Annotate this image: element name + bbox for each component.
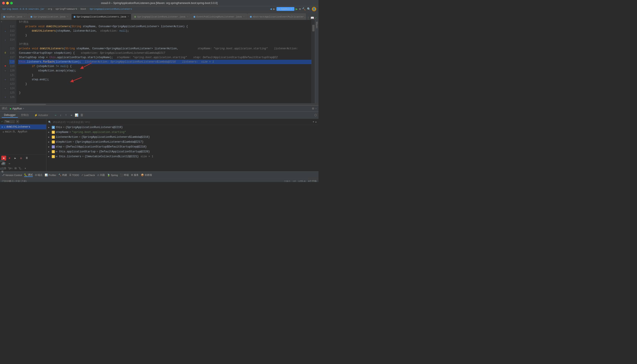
- var-expand-step[interactable]: ▶: [48, 146, 51, 148]
- user-icon[interactable]: 👤: [312, 7, 316, 11]
- eval-placeholder[interactable]: 评估表达式(⌥⌥)或添加监视(⌥⌘⌥): [53, 120, 90, 124]
- pencil-btn[interactable]: ✏: [7, 161, 12, 166]
- more-tabs-icon[interactable]: ⋮: [307, 16, 310, 20]
- pause-btn[interactable]: ⏸: [24, 156, 29, 160]
- run-button[interactable]: ▶: [296, 7, 298, 11]
- tab-actuator[interactable]: ⚡ Actuator: [32, 113, 50, 118]
- filter-dropdown[interactable]: ▾: [16, 120, 19, 124]
- evaluate-btn[interactable]: 📊: [74, 113, 79, 118]
- tool-debug[interactable]: 🐛 调试: [24, 173, 33, 177]
- gutter-118-breakpoint[interactable]: ●: [3, 64, 8, 68]
- var-row-listeners[interactable]: ▶ ∞ ∞ this.listeners = {ImmutableCollect…: [46, 154, 318, 159]
- breadcrumb-part-1[interactable]: spring-boot-3.0.0-sources.jar: [2, 8, 44, 10]
- tab-listeners[interactable]: SpringApplicationRunListeners.java ×: [71, 14, 132, 20]
- tab-close-event-publishing[interactable]: ×: [243, 16, 245, 18]
- close-button[interactable]: [2, 2, 5, 4]
- tool-luacheck[interactable]: ✓ LuaCheck: [82, 174, 95, 176]
- tool-problems[interactable]: ⚠ 问题: [97, 174, 105, 177]
- var-row-stepaction[interactable]: ▶ λ stepAction = {SpringApplicationRunLi…: [46, 140, 318, 144]
- nav-back-icon[interactable]: ◀: [270, 7, 272, 11]
- tab-close-springapp[interactable]: ×: [67, 16, 68, 18]
- scroll-thumb[interactable]: [312, 25, 314, 32]
- run-config-selector[interactable]: ▶ AppRun ▾: [276, 7, 294, 11]
- var-row-stepname[interactable]: ▶ S stepName = "spring.boot.application.…: [46, 130, 318, 135]
- h-scroll-thumb[interactable]: [20, 104, 46, 105]
- build-icon[interactable]: 🔨: [302, 7, 306, 11]
- debug-run-label[interactable]: AppRun: [12, 107, 22, 110]
- step-out-btn[interactable]: ↑: [64, 113, 68, 118]
- tab-close-listener-iface[interactable]: ×: [187, 16, 188, 18]
- horizontal-scrollbar[interactable]: [0, 103, 318, 105]
- search-icon[interactable]: 🔍: [307, 7, 310, 11]
- settings-icon[interactable]: ⚙: [312, 107, 314, 110]
- maven-sidebar[interactable]: Maven: [315, 20, 318, 103]
- filter-label[interactable]: "ma...: [4, 120, 15, 124]
- gutter-fold-111[interactable]: ⌄: [3, 29, 8, 33]
- tab-listener-iface[interactable]: SpringApplicationRunListener.java ×: [132, 14, 191, 20]
- gutter-fold-119[interactable]: ⌄: [3, 68, 8, 72]
- tab-close-apprun[interactable]: ×: [24, 16, 25, 18]
- status-encoding[interactable]: UTF-8: [298, 180, 306, 182]
- tab-close-listeners[interactable]: ×: [128, 16, 129, 18]
- code-editor[interactable]: 5个用法 private void doWithListeners(String…: [16, 20, 312, 103]
- var-expand-stepname[interactable]: ▶: [48, 131, 51, 134]
- tool-endpoints[interactable]: ⊡ 端点: [35, 174, 42, 177]
- breadcrumb-part-2[interactable]: org: [48, 8, 52, 10]
- window-controls[interactable]: [2, 2, 13, 4]
- tool-terminal[interactable]: ⬛ 终端: [120, 174, 129, 177]
- breadcrumb-part-4[interactable]: boot: [80, 8, 86, 10]
- bookmark-icon[interactable]: 📖: [310, 16, 314, 20]
- eval-sort-btn[interactable]: ▾: [315, 120, 317, 124]
- frames-btn[interactable]: ☰: [80, 113, 84, 118]
- structure-label[interactable]: 结构: [0, 160, 4, 162]
- gutter-fold-113[interactable]: ⌄: [3, 37, 8, 42]
- tool-services[interactable]: ⚙ 服务: [131, 174, 139, 177]
- breadcrumb-part-3[interactable]: springframework: [55, 8, 77, 10]
- status-line-ending[interactable]: LF: [293, 180, 296, 182]
- tool-spring[interactable]: 🍃 Spring: [107, 174, 118, 176]
- var-expand-this[interactable]: ▶: [48, 126, 51, 129]
- tool-build[interactable]: 🔨 构建: [58, 174, 67, 177]
- frame-item-0[interactable]: ▶ ⊙ doWithListeners: [0, 124, 46, 129]
- tab-springapp[interactable]: SpringApplication.java ×: [28, 14, 71, 20]
- var-row-listeneraction[interactable]: ▶ λ listenerAction = {SpringApplicationR…: [46, 135, 318, 140]
- run-to-cursor-btn[interactable]: ⇥: [69, 113, 74, 118]
- nav-forward-icon[interactable]: ▶: [273, 7, 275, 11]
- var-expand-listeneraction[interactable]: ▶: [48, 136, 51, 138]
- status-indent[interactable]: 4个空格: [308, 180, 317, 182]
- debug-toolbar-icon[interactable]: ⚙: [299, 7, 301, 11]
- var-row-this[interactable]: ▶ R this = {SpringApplicationRunListener…: [46, 125, 318, 130]
- step-over-btn[interactable]: ⇢: [53, 113, 58, 118]
- add-watch-btn[interactable]: +: [313, 120, 314, 124]
- resume-btn[interactable]: ▶: [13, 156, 18, 160]
- minimize-button[interactable]: [6, 2, 9, 4]
- tool-profiler[interactable]: 📊 Profiler: [45, 174, 56, 176]
- gutter-fold-123[interactable]: ⌄: [3, 86, 8, 90]
- step-into-btn[interactable]: ↓: [58, 113, 63, 118]
- bookmarks-label[interactable]: 书签: [0, 168, 4, 170]
- gutter-fold-125[interactable]: ⌄: [3, 94, 8, 99]
- tool-todo[interactable]: ☰ TODO: [69, 174, 79, 176]
- tab-apprun[interactable]: AppRun.java ×: [1, 14, 28, 20]
- tab-debugger[interactable]: Debugger: [2, 113, 18, 118]
- var-row-step[interactable]: ▶ = step = {DefaultApplicationStartup$De…: [46, 144, 318, 149]
- gutter-fold-121[interactable]: ⌄: [3, 77, 8, 82]
- var-row-appstartup[interactable]: ▶ ∞ ∞ this.applicationStartup = {Default…: [46, 149, 318, 154]
- minimize-panel-icon[interactable]: −: [315, 107, 317, 110]
- expand-panel-btn[interactable]: ⬡: [314, 114, 317, 117]
- tool-version-control[interactable]: ⎇ Version Control: [2, 174, 22, 176]
- tab-console[interactable]: 控制台: [19, 112, 31, 118]
- var-expand-listeners[interactable]: ▶: [48, 155, 51, 158]
- tool-dependencies[interactable]: 📦 依赖项: [141, 174, 152, 177]
- var-expand-appstartup[interactable]: ▶: [48, 150, 51, 153]
- tab-abstract-multicaster[interactable]: AbstractApplicationEventMulticaster.java…: [248, 14, 306, 20]
- var-expand-stepaction[interactable]: ▶: [48, 141, 51, 143]
- breadcrumb-active[interactable]: SpringApplicationRunListeners: [90, 8, 132, 10]
- debug-hint-close[interactable]: ×: [24, 167, 26, 170]
- maximize-button[interactable]: [10, 2, 13, 4]
- status-line-col[interactable]: 118:1: [284, 180, 290, 182]
- breakpoint-btn[interactable]: ●: [7, 156, 12, 160]
- tab-event-publishing[interactable]: EventPublishingRunListener.java ×: [191, 14, 247, 20]
- mute-btn[interactable]: ⊙: [18, 156, 24, 160]
- checkmark-icon[interactable]: ✓: [315, 16, 317, 20]
